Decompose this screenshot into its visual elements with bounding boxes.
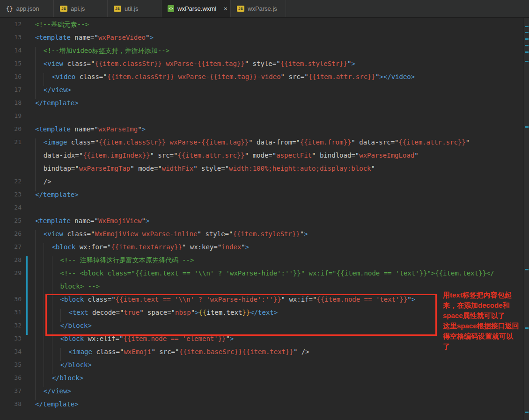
annotation-text-line: 来，在添加decode和: [443, 300, 529, 311]
code-line[interactable]: 22/>: [0, 178, 523, 191]
code-text: <image class="{{item.classStr}} wxParse-…: [29, 138, 470, 152]
code-line[interactable]: 21<image class="{{item.classStr}} wxPars…: [0, 138, 523, 152]
indent-guide: [44, 243, 52, 256]
code-line[interactable]: 17</view>: [0, 86, 523, 99]
annotation-text-line: 了: [443, 341, 529, 352]
line-number: 16: [0, 73, 29, 86]
code-line[interactable]: 16<video class="{{item.classStr}} wxPars…: [0, 73, 523, 86]
indent-guide: [44, 282, 52, 296]
line-number: 34: [0, 348, 29, 361]
line-number: 25: [0, 217, 29, 230]
json-braces-icon: {}: [6, 6, 13, 12]
code-text: <view class="WxEmojiView wxParse-inline"…: [29, 230, 308, 243]
code-text: </view>: [29, 86, 71, 99]
code-text: </view>: [29, 387, 71, 400]
code-line[interactable]: 13<template name="wxParseVideo">: [0, 34, 523, 47]
code-line[interactable]: 27<block wx:for="{{item.textArray}}" wx:…: [0, 243, 523, 256]
code-text: </template>: [29, 400, 79, 413]
wxml-file-icon: <>: [168, 5, 174, 12]
code-line[interactable]: 18</template>: [0, 99, 523, 112]
tab-api-js[interactable]: JSapi.js: [54, 0, 108, 17]
code-line[interactable]: 28<!-- 注释掉得这行是富文本原先得代码 -->: [0, 256, 523, 269]
line-number: 33: [0, 335, 29, 348]
indent-guide: [60, 309, 69, 322]
code-line[interactable]: 20<template name="wxParseImg">: [0, 125, 523, 138]
line-number: 32: [0, 322, 29, 335]
line-number: 19: [0, 112, 29, 125]
indent-guide: [35, 256, 44, 269]
code-text: <template name="wxParseImg">: [29, 125, 146, 138]
line-number: 14: [0, 47, 29, 60]
overview-ruler[interactable]: [523, 18, 529, 420]
line-number: 29: [0, 269, 29, 282]
code-line[interactable]: 19: [0, 112, 523, 125]
code-line[interactable]: 36</block>: [0, 374, 523, 387]
code-text: <block wx:elif="{{item.node == 'element'…: [29, 335, 234, 348]
ruler-change-mark: [525, 269, 529, 270]
js-icon: JS: [114, 6, 121, 12]
code-line[interactable]: 29<!-- <block class="{{item.text == '\\n…: [0, 269, 523, 282]
annotation-text-line: space属性就可以了: [443, 311, 529, 321]
tab-wxparse-js[interactable]: JSwxParse.js: [231, 0, 286, 17]
indent-guide: [35, 230, 44, 243]
line-number: 37: [0, 387, 29, 400]
code-line[interactable]: 14<!--增加video标签支持，并循环添加-->: [0, 47, 523, 60]
code-line[interactable]: 12<!--基础元素-->: [0, 21, 523, 34]
line-number: [0, 165, 29, 178]
indent-guide: [35, 138, 44, 152]
close-icon[interactable]: ×: [224, 6, 228, 12]
indent-guide: [35, 335, 44, 348]
line-number: 20: [0, 125, 29, 138]
indent-guide: [44, 73, 52, 86]
indent-guide: [35, 374, 44, 387]
indent-guide: [44, 256, 52, 269]
tab-label: util.js: [125, 5, 139, 12]
ruler-change-mark: [525, 26, 529, 27]
indent-guide: [35, 243, 44, 256]
line-number: 28: [0, 256, 29, 269]
tab-label: wxParse.wxml: [177, 5, 216, 12]
code-text: <image class="wxEmoji" src="{{item.baseS…: [29, 348, 309, 361]
indent-guide: [44, 361, 52, 374]
code-line[interactable]: data-idx="{{item.imgIndex}}" src="{{item…: [0, 152, 523, 165]
indent-guide: [35, 361, 44, 374]
code-editor[interactable]: 12<!--基础元素-->13<template name="wxParseVi…: [0, 18, 523, 420]
ruler-change-mark: [525, 32, 529, 33]
indent-guide: [35, 282, 44, 296]
line-number: 17: [0, 86, 29, 99]
line-number: 15: [0, 60, 29, 73]
annotation-text-line: 得空格编码设置就可以: [443, 331, 529, 341]
code-line[interactable]: 35</block>: [0, 361, 523, 374]
line-number: 36: [0, 374, 29, 387]
tab-bar: {}app.jsonJSapi.jsJSutil.js<>wxParse.wxm…: [0, 0, 529, 18]
indent-guide: [35, 86, 44, 99]
code-line[interactable]: 38</template>: [0, 400, 523, 413]
code-line[interactable]: 26<view class="WxEmojiView wxParse-inlin…: [0, 230, 523, 243]
tab-wxparse-wxml[interactable]: <>wxParse.wxml×: [162, 0, 231, 17]
modified-indicator: [26, 309, 28, 322]
line-number: 35: [0, 361, 29, 374]
code-text: </template>: [29, 99, 79, 112]
modified-indicator: [26, 256, 28, 269]
code-line[interactable]: 15<view class="{{item.classStr}} wxParse…: [0, 60, 523, 73]
code-text: </block>: [29, 322, 92, 335]
indent-guide: [35, 309, 44, 322]
tab-app-json[interactable]: {}app.json: [0, 0, 54, 17]
code-text: <!--基础元素-->: [29, 21, 89, 34]
tab-util-js[interactable]: JSutil.js: [108, 0, 162, 17]
js-icon: JS: [60, 6, 67, 12]
code-line[interactable]: 37</view>: [0, 387, 523, 400]
code-line[interactable]: 24: [0, 204, 523, 217]
ruler-change-mark: [525, 51, 529, 53]
code-line[interactable]: 23</template>: [0, 191, 523, 204]
indent-guide: [35, 296, 44, 309]
code-text: bindtap="wxParseImgTap" mode="widthFix" …: [29, 165, 375, 178]
code-line[interactable]: 25<template name="WxEmojiView">: [0, 217, 523, 230]
indent-guide: [44, 322, 52, 335]
indent-guide: [44, 309, 52, 322]
annotation-note: 用text标签把内容包起来，在添加decode和space属性就可以了这里spa…: [443, 290, 529, 352]
code-text: </block>: [29, 361, 92, 374]
code-line[interactable]: bindtap="wxParseImgTap" mode="widthFix" …: [0, 165, 523, 178]
code-text: <block wx:for="{{item.textArray}}" wx:ke…: [29, 243, 249, 256]
indent-guide: [35, 47, 44, 60]
